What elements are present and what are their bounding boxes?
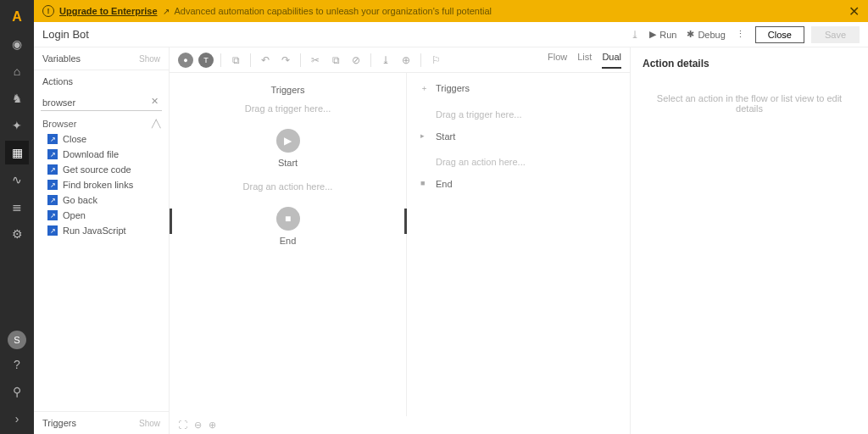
nav-admin-icon[interactable]: ≣ [5, 195, 29, 219]
delete-icon[interactable]: ⊘ [348, 54, 364, 66]
nav-editor-icon[interactable]: ▦ [5, 141, 29, 164]
action-label: Run JavaScript [63, 225, 126, 236]
action-download-file[interactable]: ↗Download file [34, 147, 169, 162]
end-node[interactable]: ■ [276, 207, 300, 231]
action-label: Find broken links [63, 180, 133, 190]
actions-header: Actions [34, 70, 169, 92]
download-icon[interactable]: ⤓ [631, 29, 639, 41]
actions-label: Actions [42, 76, 73, 86]
tool-b-icon[interactable]: ⊕ [398, 54, 414, 66]
variables-show-toggle[interactable]: Show [139, 54, 160, 64]
start-label: Start [278, 158, 298, 168]
flow-drop-action[interactable]: Drag an action here... [243, 181, 333, 192]
tab-list[interactable]: List [577, 52, 592, 69]
list-row-triggers[interactable]: ＋ Triggers [420, 83, 616, 94]
run-button[interactable]: ▶ Run [649, 29, 676, 40]
location-icon[interactable]: ⚲ [5, 380, 29, 403]
action-run-javascript[interactable]: ↗Run JavaScript [34, 223, 169, 238]
collapse-rail-icon[interactable]: › [5, 407, 29, 431]
canvas-toolbar: ● T ⧉ ↶ ↷ ✂ ⧉ ⊘ ⤓ ⊕ ⚐ [170, 47, 630, 73]
details-heading: Action details [643, 58, 856, 70]
fit-icon[interactable]: ⛶ [178, 420, 187, 431]
nav-packages-icon[interactable]: ✦ [5, 114, 29, 137]
logo-icon[interactable]: A [5, 5, 29, 29]
insertion-marker-left [170, 209, 172, 234]
nav-explore-icon[interactable]: ◉ [5, 32, 29, 56]
flow-pane[interactable]: Triggers Drag a trigger here... ▶ Start … [170, 73, 407, 416]
action-label: Get source code [63, 164, 131, 175]
upgrade-banner: ! Upgrade to Enterprise ↗ Advanced autom… [34, 0, 868, 22]
triggers-show-toggle[interactable]: Show [139, 419, 160, 428]
redo-icon[interactable]: ↷ [278, 54, 293, 66]
banner-close-icon[interactable]: ✕ [849, 3, 860, 19]
triggers-label: Triggers [42, 418, 76, 428]
flag-icon[interactable]: ⚐ [428, 54, 443, 66]
debug-label: Debug [698, 30, 725, 40]
nav-bots-icon[interactable]: ♞ [5, 86, 29, 110]
left-nav-rail: A ◉ ⌂ ♞ ✦ ▦ ∿ ≣ ⚙ S ? ⚲ › [0, 0, 34, 434]
triggers-header[interactable]: Triggers Show [34, 412, 169, 434]
plus-icon: ＋ [420, 83, 429, 94]
undo-icon[interactable]: ↶ [258, 54, 273, 66]
action-find-broken-links[interactable]: ↗Find broken links [34, 177, 169, 192]
play-icon: ▸ [420, 131, 429, 140]
zoom-in-icon[interactable]: ⊕ [209, 420, 216, 431]
action-label: Download file [63, 149, 119, 159]
start-node[interactable]: ▶ [276, 129, 300, 153]
variables-label: Variables [42, 53, 81, 64]
action-label: Go back [63, 195, 97, 205]
close-button[interactable]: Close [755, 26, 804, 43]
list-pane[interactable]: ＋ Triggers Drag a trigger here... ▸ Star… [407, 73, 630, 416]
warning-icon: ! [42, 5, 54, 17]
upgrade-link[interactable]: Upgrade to Enterprise [59, 6, 158, 16]
group-label: Browser [42, 119, 76, 129]
action-search-input[interactable] [41, 95, 162, 111]
action-icon: ↗ [47, 134, 58, 144]
insertion-marker-right [404, 209, 407, 234]
cut-icon[interactable]: ✂ [308, 54, 323, 66]
copy-icon[interactable]: ⧉ [228, 54, 243, 66]
tab-flow[interactable]: Flow [548, 52, 567, 69]
side-panel: Variables Show Actions ✕ Browser ╱╲ ↗Clo… [34, 47, 170, 434]
action-group-browser[interactable]: Browser ╱╲ [34, 114, 169, 131]
list-start-label: Start [436, 131, 455, 142]
action-icon: ↗ [47, 225, 58, 236]
more-menu-icon[interactable]: ⋮ [736, 29, 745, 40]
list-drop-action[interactable]: Drag an action here... [436, 157, 616, 167]
nav-settings-icon[interactable]: ⚙ [5, 222, 29, 246]
action-get-source[interactable]: ↗Get source code [34, 162, 169, 177]
external-link-icon: ↗ [163, 7, 170, 16]
record-alt-icon[interactable]: T [198, 53, 214, 68]
list-row-end[interactable]: ■ End [420, 179, 616, 189]
variables-header[interactable]: Variables Show [34, 47, 169, 70]
zoom-out-icon[interactable]: ⊖ [194, 420, 202, 431]
action-close[interactable]: ↗Close [34, 131, 169, 147]
duplicate-icon[interactable]: ⧉ [328, 54, 343, 66]
record-icon[interactable]: ● [178, 53, 193, 68]
nav-activity-icon[interactable]: ∿ [5, 168, 29, 192]
flow-triggers-label: Triggers [271, 85, 305, 95]
canvas-area: ● T ⧉ ↶ ↷ ✂ ⧉ ⊘ ⤓ ⊕ ⚐ [170, 47, 631, 434]
help-icon[interactable]: ? [5, 353, 29, 376]
action-open[interactable]: ↗Open [34, 208, 169, 223]
list-triggers-label: Triggers [436, 83, 470, 93]
end-label: End [280, 236, 297, 246]
action-label: Open [63, 210, 86, 220]
debug-button[interactable]: ✱ Debug [687, 29, 725, 40]
action-icon: ↗ [47, 164, 58, 175]
bot-title: Login Bot [42, 28, 89, 41]
clear-search-icon[interactable]: ✕ [151, 96, 159, 107]
tool-a-icon[interactable]: ⤓ [378, 54, 393, 66]
list-drop-trigger[interactable]: Drag a trigger here... [436, 109, 616, 120]
list-row-start[interactable]: ▸ Start [420, 131, 616, 142]
action-icon: ↗ [47, 195, 58, 205]
action-icon: ↗ [47, 180, 58, 190]
details-empty-hint: Select an action in the flow or list vie… [643, 93, 856, 114]
flow-drop-trigger[interactable]: Drag a trigger here... [245, 103, 331, 114]
action-go-back[interactable]: ↗Go back [34, 192, 169, 208]
nav-home-icon[interactable]: ⌂ [5, 59, 29, 83]
action-icon: ↗ [47, 210, 58, 220]
save-button: Save [811, 26, 860, 43]
user-avatar[interactable]: S [8, 331, 26, 349]
tab-dual[interactable]: Dual [602, 52, 621, 69]
